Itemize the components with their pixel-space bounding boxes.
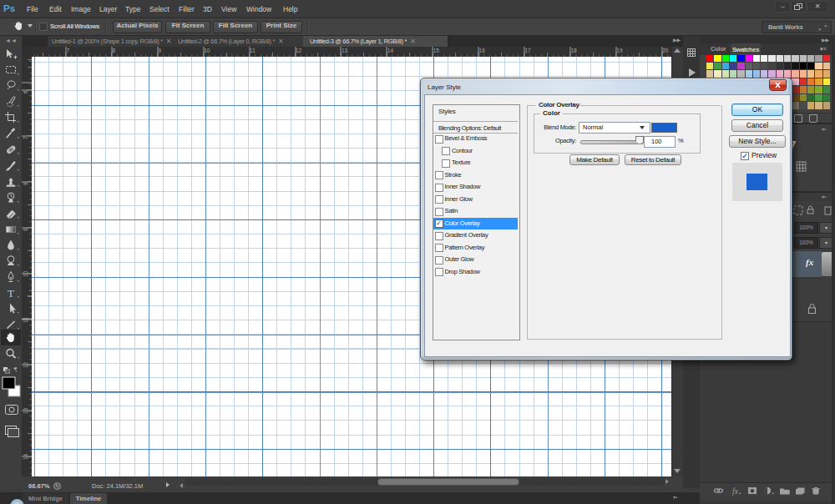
svg-text:T: T xyxy=(8,287,14,300)
svg-text:fx: fx xyxy=(732,487,739,496)
